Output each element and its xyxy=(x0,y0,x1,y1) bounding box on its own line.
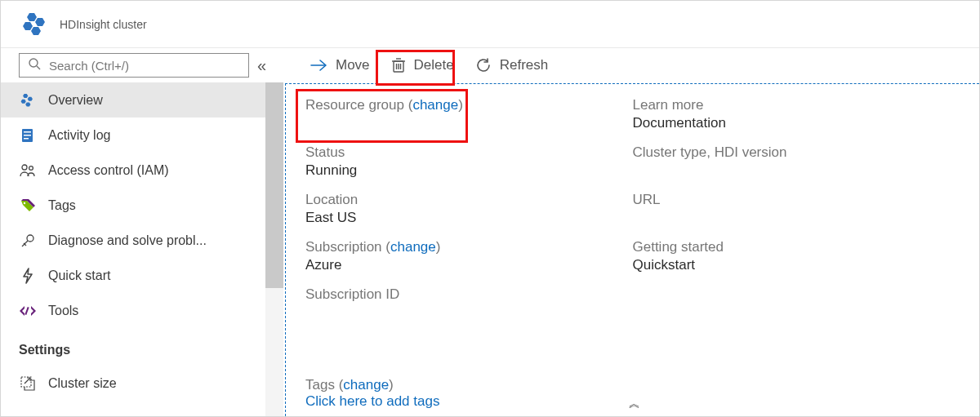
svg-marker-23 xyxy=(31,306,36,316)
sidebar-section-settings: Settings xyxy=(1,328,283,366)
field-status: Status Running xyxy=(305,144,633,179)
quick-start-icon xyxy=(19,267,37,285)
svg-point-4 xyxy=(29,59,38,67)
field-location: Location East US xyxy=(305,192,633,226)
svg-point-15 xyxy=(29,166,33,170)
resource-group-label: Resource group xyxy=(305,97,404,113)
collapse-sidebar-button[interactable]: « xyxy=(257,57,266,73)
sidebar-item-label: Tags xyxy=(48,198,275,213)
sidebar-item-label: Access control (IAM) xyxy=(48,163,275,178)
quickstart-link[interactable]: Quickstart xyxy=(633,257,960,273)
refresh-button[interactable]: Refresh xyxy=(467,51,557,80)
toolbar: Move Delete Refresh xyxy=(283,48,979,82)
sidebar: Search (Ctrl+/) « Overview ▴ xyxy=(1,48,283,416)
cluster-size-icon xyxy=(19,375,37,393)
svg-marker-1 xyxy=(35,18,45,26)
sidebar-item-tools[interactable]: Tools xyxy=(1,293,283,328)
subscription-link[interactable]: Azure xyxy=(305,257,633,273)
sidebar-item-quick-start[interactable]: Quick start xyxy=(1,258,283,293)
blade-header: HDInsight cluster xyxy=(1,1,979,48)
subscription-id-label: Subscription ID xyxy=(305,286,633,303)
delete-label: Delete xyxy=(414,57,454,73)
url-label: URL xyxy=(633,192,960,208)
svg-rect-13 xyxy=(24,138,29,140)
learn-more-label: Learn more xyxy=(633,97,960,113)
field-getting-started: Getting started Quickstart xyxy=(633,239,960,273)
main-panel: Move Delete Refresh xyxy=(283,48,979,416)
blade-title: HDInsight cluster xyxy=(60,18,147,31)
svg-rect-12 xyxy=(24,135,31,136)
location-label: Location xyxy=(305,192,633,208)
field-subscription: Subscription (change) Azure xyxy=(305,239,633,273)
svg-point-14 xyxy=(22,165,27,170)
getting-started-label: Getting started xyxy=(633,239,960,255)
hdinsight-logo-icon xyxy=(22,11,48,38)
field-resource-group: Resource group (change) xyxy=(305,97,633,131)
svg-marker-22 xyxy=(20,306,24,316)
tags-label: Tags xyxy=(305,377,335,393)
field-subscription-id: Subscription ID xyxy=(305,286,633,303)
sidebar-item-label: Overview xyxy=(48,93,268,108)
sidebar-item-label: Activity log xyxy=(48,128,275,143)
blade-body: Search (Ctrl+/) « Overview ▴ xyxy=(1,48,979,416)
move-label: Move xyxy=(336,57,370,73)
status-label: Status xyxy=(305,144,633,161)
sidebar-item-activity-log[interactable]: Activity log xyxy=(1,118,283,153)
subscription-change-link[interactable]: change xyxy=(390,239,436,255)
svg-marker-9 xyxy=(25,102,30,106)
svg-rect-24 xyxy=(24,306,29,314)
documentation-link[interactable]: Documentation xyxy=(633,115,960,131)
field-url: URL xyxy=(633,192,960,226)
diagnose-icon xyxy=(19,232,37,250)
activity-log-icon xyxy=(19,126,37,144)
overview-icon xyxy=(19,91,37,109)
svg-line-20 xyxy=(22,241,28,246)
svg-line-26 xyxy=(24,378,30,384)
tags-change-link[interactable]: change xyxy=(343,377,389,393)
access-control-icon xyxy=(19,162,37,180)
sidebar-item-label: Quick start xyxy=(48,268,275,283)
sidebar-item-label: Cluster size xyxy=(48,376,275,391)
svg-marker-7 xyxy=(28,96,33,100)
svg-point-18 xyxy=(24,202,25,203)
search-placeholder: Search (Ctrl+/) xyxy=(49,59,129,73)
delete-button[interactable]: Delete xyxy=(383,51,462,80)
svg-line-5 xyxy=(37,66,40,69)
sidebar-item-label: Diagnose and solve probl... xyxy=(48,233,275,248)
tools-icon xyxy=(19,302,37,320)
location-value: East US xyxy=(305,210,633,226)
cluster-type-label: Cluster type, HDI version xyxy=(633,144,960,161)
sidebar-scrollbar-thumb[interactable] xyxy=(265,82,283,288)
svg-point-19 xyxy=(27,235,33,242)
sidebar-scrollbar[interactable] xyxy=(265,82,283,416)
sidebar-item-label: Tools xyxy=(48,304,275,318)
svg-marker-3 xyxy=(31,27,41,35)
svg-rect-11 xyxy=(24,131,31,133)
subscription-label: Subscription xyxy=(305,239,382,255)
search-input[interactable]: Search (Ctrl+/) xyxy=(19,53,249,78)
field-cluster-type: Cluster type, HDI version xyxy=(633,144,960,179)
status-value: Running xyxy=(305,162,633,179)
svg-marker-8 xyxy=(21,99,26,103)
svg-marker-2 xyxy=(23,22,33,30)
sidebar-item-diagnose[interactable]: Diagnose and solve probl... xyxy=(1,223,283,258)
svg-marker-0 xyxy=(27,13,37,21)
tags-icon xyxy=(19,197,37,215)
move-button[interactable]: Move xyxy=(301,51,378,80)
sidebar-item-tags[interactable]: Tags xyxy=(1,188,283,223)
field-learn-more: Learn more Documentation xyxy=(633,97,960,131)
overview-left-column: Resource group (change) Status Running L… xyxy=(305,97,633,374)
sidebar-nav: Overview ▴ Activity log xyxy=(1,82,283,401)
overview-right-column: Learn more Documentation Cluster type, H… xyxy=(633,97,960,374)
svg-marker-6 xyxy=(23,93,28,97)
collapse-essentials-icon[interactable]: ︽ xyxy=(629,397,637,411)
resource-group-change-link[interactable]: change xyxy=(412,97,458,113)
search-icon xyxy=(28,57,41,73)
sidebar-item-cluster-size[interactable]: Cluster size xyxy=(1,366,283,401)
refresh-label: Refresh xyxy=(500,57,549,73)
overview-content: Resource group (change) Status Running L… xyxy=(285,83,979,416)
sidebar-item-access-control[interactable]: Access control (IAM) xyxy=(1,153,283,188)
sidebar-item-overview[interactable]: Overview ▴ xyxy=(1,82,283,118)
